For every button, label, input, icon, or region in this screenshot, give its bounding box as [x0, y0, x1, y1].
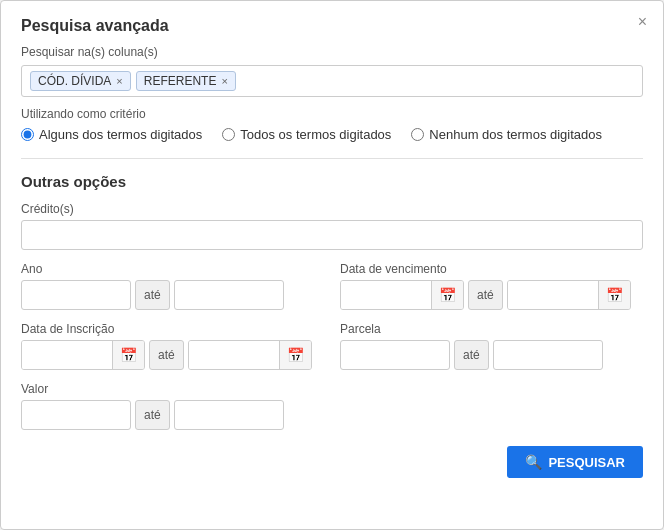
parcela-ate-label: até: [454, 340, 489, 370]
data-vencimento-to-input[interactable]: [508, 281, 598, 309]
valor-range: até: [21, 400, 643, 430]
modal-footer: 🔍 PESQUISAR: [21, 446, 643, 478]
radio-nenhum-label: Nenhum dos termos digitados: [429, 127, 602, 142]
criteria-radio-group: Alguns dos termos digitados Todos os ter…: [21, 127, 643, 142]
radio-alguns-input[interactable]: [21, 128, 34, 141]
radio-todos-input[interactable]: [222, 128, 235, 141]
ano-to-input[interactable]: [174, 280, 284, 310]
search-columns-label: Pesquisar na(s) coluna(s): [21, 45, 643, 59]
ano-range: até: [21, 280, 324, 310]
parcela-label: Parcela: [340, 322, 643, 336]
data-inscricao-from-cal[interactable]: 📅: [112, 341, 144, 369]
data-vencimento-ate-label: até: [468, 280, 503, 310]
data-vencimento-from-cal[interactable]: 📅: [431, 281, 463, 309]
valor-ate-label: até: [135, 400, 170, 430]
valor-field-group: Valor até: [21, 382, 643, 430]
data-inscricao-from-wrap: 📅: [21, 340, 145, 370]
data-vencimento-from-input[interactable]: [341, 281, 431, 309]
tag-cod-divida: CÓD. DÍVIDA ×: [30, 71, 131, 91]
radio-nenhum-input[interactable]: [411, 128, 424, 141]
parcela-from-input[interactable]: [340, 340, 450, 370]
search-icon: 🔍: [525, 454, 542, 470]
tag-cod-divida-close[interactable]: ×: [116, 75, 122, 87]
section-divider: [21, 158, 643, 159]
radio-nenhum[interactable]: Nenhum dos termos digitados: [411, 127, 602, 142]
tag-cod-divida-label: CÓD. DÍVIDA: [38, 74, 111, 88]
tag-referente: REFERENTE ×: [136, 71, 236, 91]
tag-referente-label: REFERENTE: [144, 74, 217, 88]
creditos-label: Crédito(s): [21, 202, 643, 216]
advanced-search-modal: Pesquisa avançada × Pesquisar na(s) colu…: [0, 0, 664, 530]
inscricao-parcela-row: Data de Inscrição 📅 até 📅 Parcela até: [21, 322, 643, 370]
valor-to-input[interactable]: [174, 400, 284, 430]
valor-from-input[interactable]: [21, 400, 131, 430]
data-inscricao-to-cal[interactable]: 📅: [279, 341, 311, 369]
data-inscricao-to-wrap: 📅: [188, 340, 312, 370]
radio-todos-label: Todos os termos digitados: [240, 127, 391, 142]
data-vencimento-to-cal[interactable]: 📅: [598, 281, 630, 309]
data-vencimento-from-wrap: 📅: [340, 280, 464, 310]
ano-label: Ano: [21, 262, 324, 276]
ano-vencimento-row: Ano até Data de vencimento 📅 até 📅: [21, 262, 643, 310]
data-inscricao-to-input[interactable]: [189, 341, 279, 369]
valor-label: Valor: [21, 382, 643, 396]
ano-from-input[interactable]: [21, 280, 131, 310]
data-vencimento-col: Data de vencimento 📅 até 📅: [340, 262, 643, 310]
search-button[interactable]: 🔍 PESQUISAR: [507, 446, 643, 478]
ano-ate-label: até: [135, 280, 170, 310]
data-vencimento-to-wrap: 📅: [507, 280, 631, 310]
data-inscricao-from-input[interactable]: [22, 341, 112, 369]
data-inscricao-col: Data de Inscrição 📅 até 📅: [21, 322, 324, 370]
parcela-range: até: [340, 340, 643, 370]
radio-todos[interactable]: Todos os termos digitados: [222, 127, 391, 142]
radio-alguns[interactable]: Alguns dos termos digitados: [21, 127, 202, 142]
criteria-label: Utilizando como critério: [21, 107, 643, 121]
search-button-label: PESQUISAR: [548, 455, 625, 470]
tag-referente-close[interactable]: ×: [221, 75, 227, 87]
data-inscricao-ate-label: até: [149, 340, 184, 370]
tags-container: CÓD. DÍVIDA × REFERENTE ×: [21, 65, 643, 97]
data-vencimento-range: 📅 até 📅: [340, 280, 643, 310]
creditos-field-group: Crédito(s): [21, 202, 643, 250]
data-vencimento-label: Data de vencimento: [340, 262, 643, 276]
radio-alguns-label: Alguns dos termos digitados: [39, 127, 202, 142]
parcela-to-input[interactable]: [493, 340, 603, 370]
data-inscricao-range: 📅 até 📅: [21, 340, 324, 370]
parcela-col: Parcela até: [340, 322, 643, 370]
ano-col: Ano até: [21, 262, 324, 310]
creditos-input[interactable]: [21, 220, 643, 250]
other-options-title: Outras opções: [21, 173, 643, 190]
close-button[interactable]: ×: [638, 13, 647, 31]
modal-title: Pesquisa avançada: [21, 17, 643, 35]
data-inscricao-label: Data de Inscrição: [21, 322, 324, 336]
